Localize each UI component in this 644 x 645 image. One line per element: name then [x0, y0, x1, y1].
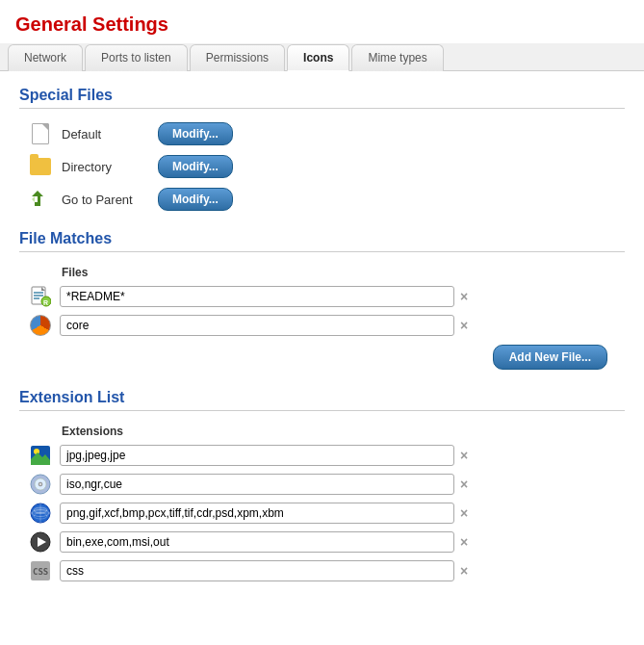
css-ext-input[interactable] [60, 560, 454, 581]
page-title: General Settings [0, 0, 644, 43]
extension-row-iso: × [29, 473, 625, 496]
iso-remove-button[interactable]: × [460, 477, 468, 492]
file-matches-content: Files R × [29, 266, 625, 370]
tab-network[interactable]: Network [8, 44, 83, 71]
svg-rect-0 [35, 202, 40, 206]
svg-text:R: R [43, 299, 48, 306]
core-file-icon [29, 314, 52, 337]
add-new-file-button[interactable]: Add New File... [493, 345, 607, 370]
core-remove-button[interactable]: × [460, 318, 468, 333]
files-col-header: Files [62, 266, 625, 279]
extensions-col-header: Extensions [62, 425, 625, 438]
content-area: Special Files Default Modify... Director… [0, 71, 644, 604]
extension-list-title: Extension List [19, 389, 625, 406]
css-ext-icon: CSS [29, 559, 52, 582]
parent-dir-icon [29, 188, 52, 211]
modify-parent-button[interactable]: Modify... [158, 188, 233, 211]
special-files-divider [19, 108, 625, 109]
special-file-row-parent: Go to Parent Modify... [29, 188, 625, 211]
tab-icons[interactable]: Icons [287, 44, 349, 71]
readme-file-icon: R [29, 285, 52, 308]
modify-directory-button[interactable]: Modify... [158, 155, 233, 178]
exec-ext-icon [29, 530, 52, 554]
tab-ports[interactable]: Ports to listen [85, 44, 188, 71]
special-file-row-directory: Directory Modify... [29, 155, 625, 178]
special-files-title: Special Files [19, 87, 625, 104]
extension-list-divider [19, 410, 625, 411]
file-matches-title: File Matches [19, 230, 625, 247]
svg-text:CSS: CSS [33, 567, 48, 577]
tab-permissions[interactable]: Permissions [190, 44, 285, 71]
bin-remove-button[interactable]: × [460, 534, 468, 550]
core-file-input[interactable] [60, 315, 454, 336]
image-ext-icon [29, 444, 52, 467]
disc-ext-icon [29, 473, 52, 496]
jpg-ext-input[interactable] [60, 445, 454, 466]
tab-mimetypes[interactable]: Mime types [351, 44, 443, 71]
readme-file-input[interactable] [60, 286, 454, 307]
svg-point-13 [39, 483, 41, 485]
file-match-row-readme: R × [29, 285, 625, 308]
file-matches-divider [19, 251, 625, 252]
parent-file-label: Go to Parent [62, 193, 158, 207]
special-files-table: Default Modify... Directory Modify... Go… [29, 122, 625, 211]
tabs-bar: Network Ports to listen Permissions Icon… [0, 43, 644, 71]
extension-row-png: × [29, 502, 625, 525]
directory-file-label: Directory [62, 160, 158, 174]
jpg-remove-button[interactable]: × [460, 448, 468, 463]
default-file-label: Default [62, 127, 158, 142]
default-file-icon [29, 122, 52, 145]
extension-row-css: CSS × [29, 559, 625, 582]
file-match-row-core: × [29, 314, 625, 337]
folder-icon [29, 155, 52, 178]
special-file-row-default: Default Modify... [29, 122, 625, 145]
png-ext-input[interactable] [60, 503, 454, 524]
extension-list-content: Extensions × [29, 425, 625, 582]
png-remove-button[interactable]: × [460, 505, 468, 521]
add-file-btn-row: Add New File... [29, 345, 607, 370]
bin-ext-input[interactable] [60, 531, 454, 553]
css-remove-button[interactable]: × [460, 563, 468, 579]
png-ext-icon [29, 502, 52, 525]
modify-default-button[interactable]: Modify... [158, 122, 233, 145]
readme-remove-button[interactable]: × [460, 289, 468, 304]
extension-row-bin: × [29, 530, 625, 554]
extension-row-jpg: × [29, 444, 625, 467]
iso-ext-input[interactable] [60, 474, 454, 495]
